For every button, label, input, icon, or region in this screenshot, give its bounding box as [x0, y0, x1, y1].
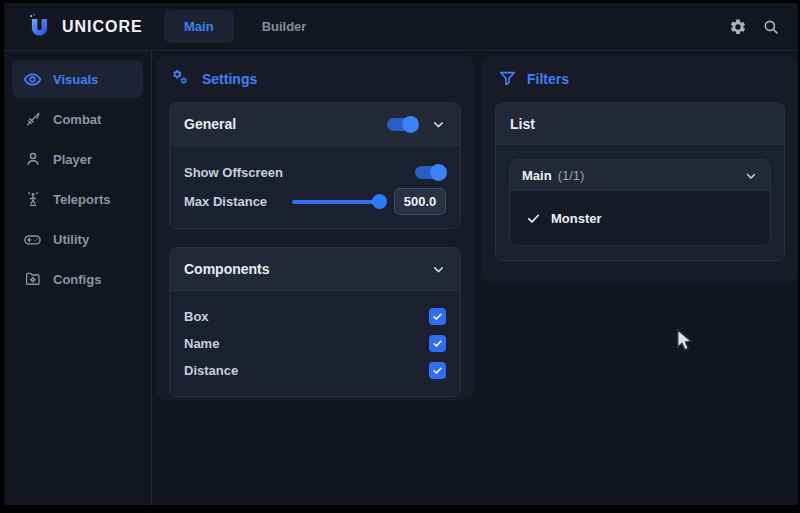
gear-icon[interactable]	[729, 18, 747, 36]
component-row-box: Box	[184, 303, 446, 330]
filter-group-label: Main	[522, 168, 552, 183]
list-panel-header: List	[496, 103, 784, 145]
tab-builder[interactable]: Builder	[242, 10, 327, 43]
check-icon	[526, 211, 541, 226]
settings-section: Settings General	[156, 55, 474, 400]
box-checkbox[interactable]	[429, 308, 446, 325]
general-panel-title: General	[184, 116, 236, 132]
filter-group-count: (1/1)	[558, 168, 585, 183]
sidebar-item-visuals[interactable]: Visuals	[12, 60, 143, 98]
chevron-down-icon[interactable]	[431, 117, 446, 132]
sidebar-item-combat[interactable]: Combat	[12, 100, 143, 138]
topbar: UNICORE Main Builder	[4, 3, 798, 51]
list-panel: List Main (1/1)	[495, 102, 785, 261]
chevron-down-icon	[744, 169, 758, 183]
filter-group-items: Monster	[510, 191, 770, 245]
settings-section-title: Settings	[202, 71, 257, 87]
unicore-logo-icon	[26, 13, 53, 40]
components-panel-title: Components	[184, 261, 270, 277]
tab-bar: Main Builder	[164, 10, 326, 43]
general-panel-body: Show Offscreen Max Distance 500.0	[170, 146, 460, 228]
filter-item-label: Monster	[551, 211, 602, 226]
tab-main[interactable]: Main	[164, 10, 234, 43]
sidebar-item-configs[interactable]: Configs	[12, 260, 143, 298]
list-panel-title: List	[510, 116, 535, 132]
max-distance-slider[interactable]	[292, 200, 384, 204]
filters-section-header: Filters	[482, 55, 798, 102]
sword-icon	[23, 110, 42, 129]
main-content: Settings General	[152, 51, 798, 505]
search-icon[interactable]	[762, 18, 780, 36]
show-offscreen-toggle[interactable]	[415, 166, 446, 179]
sidebar-item-utility[interactable]: Utility	[12, 220, 143, 258]
screen: UNICORE Main Builder	[0, 0, 800, 513]
topbar-actions	[729, 18, 798, 36]
component-row-name: Name	[184, 330, 446, 357]
sidebar-item-label: Combat	[53, 112, 101, 127]
window-body: Visuals Combat Player	[4, 51, 798, 505]
slider-thumb[interactable]	[372, 194, 387, 209]
component-row-distance: Distance	[184, 357, 446, 384]
filters-section: Filters List Main (1/1)	[482, 55, 798, 283]
max-distance-value[interactable]: 500.0	[394, 188, 446, 215]
double-gear-icon	[172, 69, 192, 89]
logo-text: UNICORE	[62, 18, 143, 36]
component-label: Name	[184, 336, 219, 351]
show-offscreen-row: Show Offscreen	[184, 158, 446, 187]
general-enable-toggle[interactable]	[387, 118, 418, 131]
list-panel-body: Main (1/1) Monster	[496, 145, 784, 260]
sidebar-item-label: Visuals	[53, 72, 98, 87]
check-icon	[432, 311, 443, 322]
max-distance-label: Max Distance	[184, 194, 267, 209]
sidebar-item-label: Configs	[53, 272, 101, 287]
eye-icon	[23, 70, 42, 89]
check-icon	[432, 338, 443, 349]
settings-section-header: Settings	[156, 55, 474, 102]
components-panel-header[interactable]: Components	[170, 248, 460, 291]
components-panel-body: Box Name	[170, 291, 460, 396]
components-panel: Components Box	[169, 247, 461, 397]
filter-item-monster[interactable]: Monster	[522, 203, 758, 233]
sidebar-item-label: Teleports	[53, 192, 111, 207]
check-icon	[432, 365, 443, 376]
name-checkbox[interactable]	[429, 335, 446, 352]
filter-group-header[interactable]: Main (1/1)	[510, 160, 770, 191]
component-label: Distance	[184, 363, 238, 378]
component-label: Box	[184, 309, 209, 324]
filters-section-title: Filters	[527, 71, 569, 87]
folder-gear-icon	[23, 270, 42, 289]
sidebar: Visuals Combat Player	[4, 51, 152, 505]
gamepad-icon	[23, 230, 42, 249]
sidebar-item-label: Utility	[53, 232, 89, 247]
distance-checkbox[interactable]	[429, 362, 446, 379]
general-panel: General Show Offscreen	[169, 102, 461, 229]
unicore-window: UNICORE Main Builder	[4, 3, 798, 505]
max-distance-row: Max Distance 500.0	[184, 187, 446, 216]
funnel-filter-icon	[498, 69, 517, 88]
logo: UNICORE	[4, 13, 154, 40]
sidebar-item-label: Player	[53, 152, 92, 167]
chevron-down-icon[interactable]	[431, 262, 446, 277]
player-icon	[23, 150, 42, 169]
show-offscreen-label: Show Offscreen	[184, 165, 283, 180]
filter-group-dropdown: Main (1/1) Monster	[509, 159, 771, 246]
teleport-icon	[23, 190, 42, 209]
sidebar-item-player[interactable]: Player	[12, 140, 143, 178]
general-panel-header[interactable]: General	[170, 103, 460, 146]
sidebar-item-teleports[interactable]: Teleports	[12, 180, 143, 218]
